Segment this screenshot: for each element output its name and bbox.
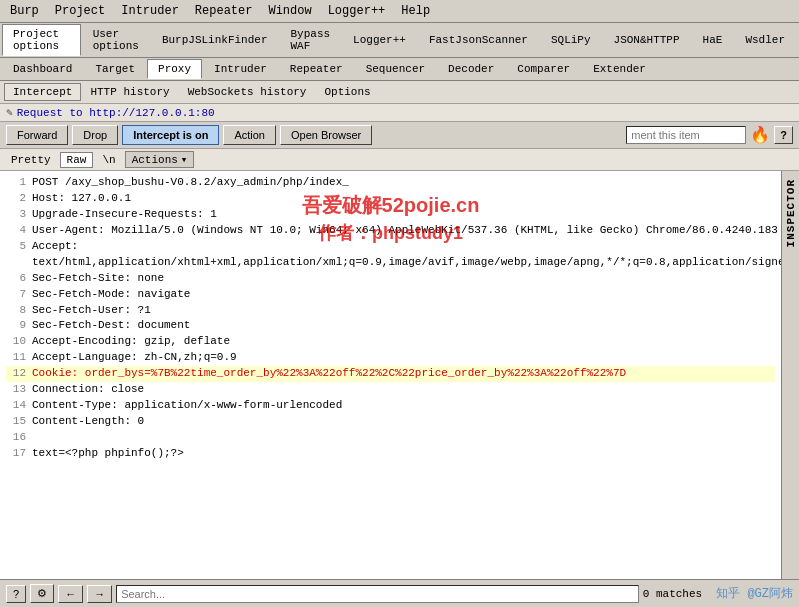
action-button[interactable]: Action [223,125,276,145]
forward-bottom-button[interactable]: → [87,585,112,603]
menu-burp[interactable]: Burp [2,2,47,20]
tab-intruder[interactable]: Intruder [203,59,278,79]
line-number: 12 [6,366,26,382]
code-area[interactable]: 吾爱破解52pojie.cn 作者：phpstudy1 1 POST /axy_… [0,171,781,584]
intercept-on-button[interactable]: Intercept is on [122,125,219,145]
tab-burpjslinkfinder[interactable]: BurpJSLinkFinder [151,30,279,50]
tab-websockets-history[interactable]: WebSockets history [179,83,316,101]
line-number: 1 [6,175,26,191]
inspector-label: INSPECTOR [783,171,799,255]
line-content: Accept-Language: zh-CN,zh;q=0.9 [32,350,237,366]
tab-target[interactable]: Target [84,59,146,79]
tab-fastjsonscanner[interactable]: FastJsonScanner [418,30,539,50]
code-line: 11 Accept-Language: zh-CN,zh;q=0.9 [6,350,775,366]
line-content: Sec-Fetch-User: ?1 [32,303,151,319]
line-number: 7 [6,287,26,303]
line-number: 17 [6,446,26,462]
tab-hex[interactable]: \n [95,152,122,168]
forward-button[interactable]: Forward [6,125,68,145]
search-bottom-input[interactable] [116,585,639,603]
menu-bar: Burp Project Intruder Repeater Window Lo… [0,0,799,23]
code-line: 9 Sec-Fetch-Dest: document [6,318,775,334]
code-line: 12 Cookie: order_bys=%7B%22time_order_by… [6,366,775,382]
code-line: 4 User-Agent: Mozilla/5.0 (Windows NT 10… [6,223,775,239]
line-number: 16 [6,430,26,446]
code-line: 10 Accept-Encoding: gzip, deflate [6,334,775,350]
actions-dropdown-button[interactable]: Actions ▾ [125,151,195,168]
tab-pretty[interactable]: Pretty [4,152,58,168]
tab-decoder[interactable]: Decoder [437,59,505,79]
menu-intruder[interactable]: Intruder [113,2,187,20]
menu-logger[interactable]: Logger++ [320,2,394,20]
tab-http-history[interactable]: HTTP history [81,83,178,101]
tab-repeater[interactable]: Repeater [279,59,354,79]
matches-label: 0 matches [643,588,702,600]
settings-bottom-button[interactable]: ⚙ [30,584,54,603]
code-line: 15 Content-Length: 0 [6,414,775,430]
line-content: Connection: close [32,382,144,398]
search-toolbar-input[interactable] [626,126,746,144]
code-line: 6 Sec-Fetch-Site: none [6,271,775,287]
code-line: 14 Content-Type: application/x-www-form-… [6,398,775,414]
menu-window[interactable]: Window [260,2,319,20]
drop-button[interactable]: Drop [72,125,118,145]
tab-intercept[interactable]: Intercept [4,83,81,101]
line-content: Host: 127.0.0.1 [32,191,131,207]
line-content: Sec-Fetch-Dest: document [32,318,190,334]
tab-comparer[interactable]: Comparer [506,59,581,79]
pencil-icon: ✎ [6,106,13,119]
line-content: text=<?php phpinfo();?> [32,446,184,462]
line-content: Accept: [32,239,78,255]
code-line: 13 Connection: close [6,382,775,398]
flame-icon: 🔥 [750,125,770,145]
back-bottom-button[interactable]: ← [58,585,83,603]
line-number: 6 [6,271,26,287]
line-number: 13 [6,382,26,398]
intercept-tabs-bar: Intercept HTTP history WebSockets histor… [0,81,799,104]
line-content: POST /axy_shop_bushu-V0.8.2/axy_admin/ph… [32,175,349,191]
line-content: Content-Length: 0 [32,414,144,430]
inspector-sidebar[interactable]: INSPECTOR [781,171,799,584]
line-content: Sec-Fetch-Site: none [32,271,164,287]
tab-sqlipy[interactable]: SQLiPy [540,30,602,50]
menu-repeater[interactable]: Repeater [187,2,261,20]
line-number: 15 [6,414,26,430]
tab-wsdler[interactable]: Wsdler [734,30,796,50]
tab-proxy[interactable]: Proxy [147,59,202,79]
line-content [32,430,39,446]
tab-project-options[interactable]: Project options [2,24,81,56]
code-line: 8 Sec-Fetch-User: ?1 [6,303,775,319]
help-bottom-button[interactable]: ? [6,585,26,603]
line-number: 14 [6,398,26,414]
line-number: 3 [6,207,26,223]
tab-json-httpp[interactable]: JSON&HTTPP [603,30,691,50]
tab-logger[interactable]: Logger++ [342,30,417,50]
tab-sequencer[interactable]: Sequencer [355,59,436,79]
menu-help[interactable]: Help [393,2,438,20]
code-line: 17 text=<?php phpinfo();?> [6,446,775,462]
line-content: Accept-Encoding: gzip, deflate [32,334,230,350]
request-url: Request to http://127.0.0.1:80 [17,107,215,119]
actions-label: Actions [132,154,178,166]
tab-extender[interactable]: Extender [582,59,657,79]
line-content: User-Agent: Mozilla/5.0 (Windows NT 10.0… [32,223,781,239]
line-number: 8 [6,303,26,319]
line-number: 9 [6,318,26,334]
chevron-down-icon: ▾ [181,153,188,166]
help-toolbar-button[interactable]: ? [774,126,793,144]
tab-hae[interactable]: HaE [692,30,734,50]
tab-options[interactable]: Options [315,83,379,101]
code-line: 1 POST /axy_shop_bushu-V0.8.2/axy_admin/… [6,175,775,191]
open-browser-button[interactable]: Open Browser [280,125,372,145]
line-content: Content-Type: application/x-www-form-url… [32,398,342,414]
line-content: Cookie: order_bys=%7B%22time_order_by%22… [32,366,626,382]
code-line: 3 Upgrade-Insecure-Requests: 1 [6,207,775,223]
toolbar: Forward Drop Intercept is on Action Open… [0,122,799,149]
tab-user-options[interactable]: User options [82,24,150,56]
tab-dashboard[interactable]: Dashboard [2,59,83,79]
tab-bypass-waf[interactable]: Bypass WAF [280,24,342,56]
menu-project[interactable]: Project [47,2,113,20]
tab-raw[interactable]: Raw [60,152,94,168]
code-line: 5 Accept: [6,239,775,255]
request-bar: ✎ Request to http://127.0.0.1:80 [0,104,799,122]
